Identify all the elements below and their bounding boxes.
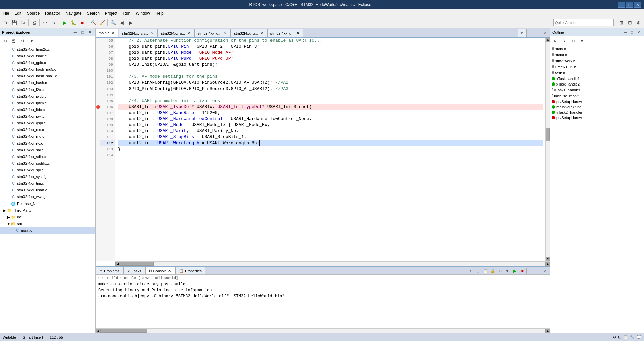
debug-button[interactable]: 🐛 xyxy=(69,19,78,27)
tab-properties[interactable]: 📋 Properties xyxy=(175,267,205,274)
tab-close-btn[interactable]: ✕ xyxy=(186,31,191,36)
tree-item-sai[interactable]: C stm32f4xx_sai.c xyxy=(0,147,95,153)
pe-close-btn[interactable]: ✕ xyxy=(87,29,93,36)
tree-item-spi[interactable]: C stm32f4xx_spi.c xyxy=(0,167,95,173)
rp-item-xtaskhandle2[interactable]: xTaskHandle2 xyxy=(550,81,644,87)
tree-item-sdio[interactable]: C stm32f4xx_sdio.c xyxy=(0,153,95,160)
tab-main-c[interactable]: main.c ✕ xyxy=(96,29,118,37)
menu-window[interactable]: Window xyxy=(133,9,153,17)
editor-minimize-btn[interactable]: ─ xyxy=(527,30,534,36)
console-tab-close[interactable]: ✕ xyxy=(168,269,171,273)
back-button[interactable]: ← xyxy=(138,19,146,27)
editor-scrollbar[interactable]: ▲ ▼ xyxy=(545,38,550,261)
tree-item-spdifrx[interactable]: C stm32f4xx_spdifrx.c xyxy=(0,160,95,167)
editor-close-btn[interactable]: ✕ xyxy=(542,30,549,36)
tree-item-syscfg[interactable]: C stm32f4xx_syscfg.c xyxy=(0,173,95,180)
menu-file[interactable]: File xyxy=(0,9,12,17)
tree-item-rtc[interactable]: C stm32f4xx_rtc.c xyxy=(0,140,95,147)
tree-item-pwr[interactable]: C stm32f4xx_pwr.c xyxy=(0,113,95,120)
tree-item-wwdg[interactable]: C stm32f4xx_wwdg.c xyxy=(0,193,95,200)
stop-button[interactable]: ■ xyxy=(78,19,86,27)
bp-toolbar-btn1[interactable]: ↓ xyxy=(460,268,466,274)
rp-sync-btn[interactable]: ↺ xyxy=(569,37,577,45)
menu-help[interactable]: Help xyxy=(153,9,166,17)
bp-toolbar-btn4[interactable]: 📋 xyxy=(482,268,489,274)
print-button[interactable]: 🖨 xyxy=(30,19,38,27)
pe-maximize-btn[interactable]: □ xyxy=(79,29,86,36)
maximize-button[interactable]: □ xyxy=(626,2,633,8)
rp-item-task[interactable]: # task.h xyxy=(550,70,644,76)
tree-item-inc[interactable]: ▶ 📁 inc xyxy=(0,214,95,220)
save-all-button[interactable]: 🗂 xyxy=(19,19,27,27)
rp-close-btn[interactable]: ✕ xyxy=(635,29,642,36)
rp-menu-btn[interactable]: ▼ xyxy=(578,37,586,45)
bottom-panel-content[interactable]: CDT Build Console [STM32_HelloWorld] mak… xyxy=(96,275,550,328)
console-hscroll-thumb[interactable] xyxy=(100,329,147,333)
tab-tasks[interactable]: ✔ Tasks xyxy=(123,267,145,274)
console-hscroll-track[interactable] xyxy=(100,329,545,333)
next-button[interactable]: ▶ xyxy=(127,19,135,27)
tab-crc[interactable]: stm32f4xx_crc.c ✕ xyxy=(119,29,157,37)
menu-project[interactable]: Project xyxy=(102,9,120,17)
rp-sort-btn[interactable]: A↓ xyxy=(552,37,560,45)
editor-hscrollbar[interactable]: ◀ ▶ xyxy=(115,261,550,266)
rp-filter-btn[interactable]: ⊻ xyxy=(560,37,568,45)
hscroll-left-btn[interactable]: ◀ xyxy=(115,262,120,266)
rp-item-prvsetuphardw2[interactable]: prvSetupHardw xyxy=(550,115,644,120)
tab-close-btn[interactable]: ✕ xyxy=(259,31,264,36)
pe-sync-btn[interactable]: ↺ xyxy=(19,37,27,45)
tab-close-btn[interactable]: ✕ xyxy=(296,31,300,36)
tree-item-qspi[interactable]: C stm32f4xx_qspi.c xyxy=(0,120,95,126)
tree-item-hash-sha1[interactable]: C stm32f4xx_hash_sha1.c xyxy=(0,73,95,79)
bp-run-btn[interactable]: ▶ xyxy=(511,268,518,274)
tree-item-tim[interactable]: C stm32f4xx_tim.c xyxy=(0,180,95,187)
console-hscrollbar[interactable]: ◀ ▶ xyxy=(96,328,550,333)
tab-u2[interactable]: stm32f4xx_u... ✕ xyxy=(267,29,304,37)
pe-menu-btn[interactable]: ▼ xyxy=(28,37,36,45)
menu-run[interactable]: Run xyxy=(120,9,133,17)
tree-item-usart[interactable]: C stm32f4xx_usart.c xyxy=(0,187,95,193)
tab-problems[interactable]: ⚠ Problems xyxy=(96,267,123,274)
menu-search[interactable]: Search xyxy=(84,9,102,17)
tab-overflow-btn[interactable]: 15 xyxy=(518,29,527,37)
quick-access-input[interactable] xyxy=(553,19,614,26)
menu-source[interactable]: Source xyxy=(24,9,42,17)
bp-toolbar-btn2[interactable]: ↑ xyxy=(467,268,474,274)
code-content[interactable]: // 2. Alternate Function configuration o… xyxy=(115,38,545,261)
bp-toolbar-btn3[interactable]: ⊞ xyxy=(475,268,481,274)
console-hscroll-right[interactable]: ▶ xyxy=(545,329,550,333)
rp-item-vtask1-handler[interactable]: f vTask1_handler xyxy=(550,87,644,93)
bp-toolbar-btn6[interactable]: ⊓ xyxy=(497,268,503,274)
pe-minimize-btn[interactable]: ─ xyxy=(72,29,79,36)
tab-close-btn[interactable]: ✕ xyxy=(150,31,155,36)
forward-button[interactable]: → xyxy=(146,19,154,27)
tab-g2[interactable]: stm32f4xx_g... ✕ xyxy=(194,29,231,37)
tree-item-third-party[interactable]: ▶ 📁 Third-Party xyxy=(0,207,95,214)
undo-button[interactable]: ↩ xyxy=(41,19,49,27)
clean-button[interactable]: 🧹 xyxy=(98,19,106,27)
tab-console[interactable]: ⊡ Console ✕ xyxy=(145,267,175,274)
menu-edit[interactable]: Edit xyxy=(12,9,24,17)
menu-navigate[interactable]: Navigate xyxy=(63,9,84,17)
menu-refactor[interactable]: Refactor xyxy=(42,9,63,17)
bp-stop-btn[interactable]: ■ xyxy=(519,268,526,274)
tree-item-iwdg[interactable]: C stm32f4xx_iwdg.c xyxy=(0,93,95,100)
build-button[interactable]: 🔨 xyxy=(89,19,97,27)
hscroll-track[interactable] xyxy=(120,262,545,266)
tree-item-hash[interactable]: C stm32f4xx_hash.c xyxy=(0,79,95,86)
close-button[interactable]: ✕ xyxy=(634,2,641,8)
rp-item-main[interactable]: main(void) : int xyxy=(550,104,644,110)
run-button[interactable]: ▶ xyxy=(61,19,69,27)
bp-toolbar-btn5[interactable]: 🔒 xyxy=(489,268,496,274)
pe-collapse-btn[interactable]: ⊖ xyxy=(1,37,9,45)
hscroll-thumb[interactable] xyxy=(120,262,154,266)
tree-item-rng[interactable]: C stm32f4xx_rng.c xyxy=(0,133,95,140)
rp-item-stm32f4xx[interactable]: # stm32f4xx.h xyxy=(550,58,644,64)
scroll-track[interactable] xyxy=(546,42,550,257)
console-hscroll-left[interactable]: ◀ xyxy=(96,329,100,333)
tree-item-fsmc[interactable]: C stm32f4xx_fsmc.c xyxy=(0,53,95,59)
save-button[interactable]: 💾 xyxy=(10,19,18,27)
hscroll-right-btn[interactable]: ▶ xyxy=(545,262,550,266)
rp-item-prvsetuphardw1[interactable]: prvSetupHardw xyxy=(550,99,644,104)
pe-link-btn[interactable]: ⛓ xyxy=(10,37,18,45)
